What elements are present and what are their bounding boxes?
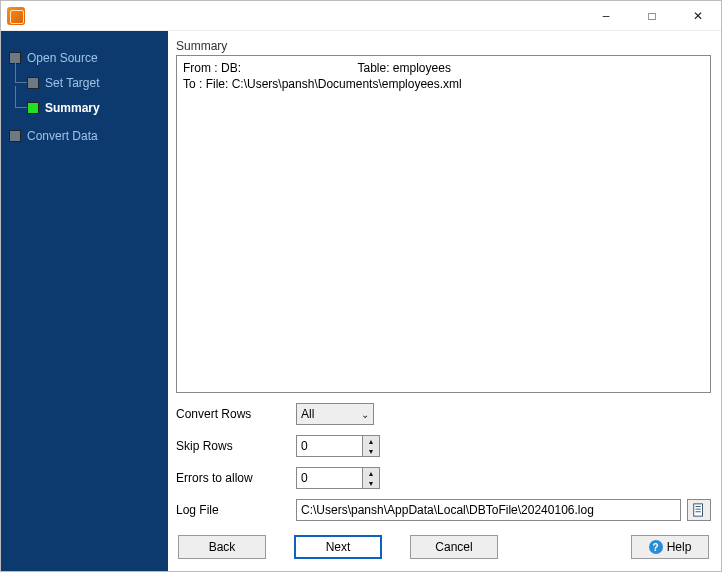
step-label: Set Target	[45, 76, 99, 90]
maximize-button[interactable]: □	[629, 1, 675, 30]
summary-from-line: From : DB: Table: employees	[183, 60, 704, 76]
wizard-sidebar: Open Source Set Target Summary Convert D…	[1, 31, 168, 571]
step-label: Open Source	[27, 51, 98, 65]
convert-rows-label: Convert Rows	[176, 407, 296, 421]
chevron-down-icon: ⌄	[361, 409, 369, 420]
skip-rows-up[interactable]: ▲	[363, 436, 379, 446]
errors-up[interactable]: ▲	[363, 468, 379, 478]
svg-rect-0	[694, 504, 703, 516]
step-label: Summary	[45, 101, 100, 115]
errors-down[interactable]: ▼	[363, 478, 379, 488]
next-button[interactable]: Next	[294, 535, 382, 559]
close-button[interactable]: ✕	[675, 1, 721, 30]
cancel-button[interactable]: Cancel	[410, 535, 498, 559]
step-box-icon	[27, 102, 39, 114]
titlebar: – □ ✕	[1, 1, 721, 31]
back-button[interactable]: Back	[178, 535, 266, 559]
main-panel: Summary From : DB: Table: employees To :…	[168, 31, 721, 571]
skip-rows-label: Skip Rows	[176, 439, 296, 453]
summary-textarea[interactable]: From : DB: Table: employees To : File: C…	[176, 55, 711, 393]
skip-rows-down[interactable]: ▼	[363, 446, 379, 456]
help-icon: ?	[649, 540, 663, 554]
minimize-button[interactable]: –	[583, 1, 629, 30]
errors-label: Errors to allow	[176, 471, 296, 485]
help-button[interactable]: ? Help	[631, 535, 709, 559]
skip-rows-input[interactable]	[296, 435, 362, 457]
convert-rows-value: All	[301, 407, 314, 421]
logfile-browse-button[interactable]	[687, 499, 711, 521]
wizard-buttons: Back Next Cancel ? Help	[176, 521, 711, 563]
app-icon	[7, 7, 25, 25]
file-icon	[692, 503, 706, 517]
convert-rows-select[interactable]: All ⌄	[296, 403, 374, 425]
step-box-icon	[9, 130, 21, 142]
errors-input[interactable]	[296, 467, 362, 489]
step-convert-data[interactable]: Convert Data	[1, 126, 168, 146]
step-label: Convert Data	[27, 129, 98, 143]
summary-title: Summary	[176, 39, 711, 53]
step-summary[interactable]: Summary	[1, 98, 168, 118]
logfile-label: Log File	[176, 503, 296, 517]
logfile-input[interactable]	[296, 499, 681, 521]
window-controls: – □ ✕	[583, 1, 721, 30]
summary-to-line: To : File: C:\Users\pansh\Documents\empl…	[183, 76, 704, 92]
step-box-icon	[27, 77, 39, 89]
